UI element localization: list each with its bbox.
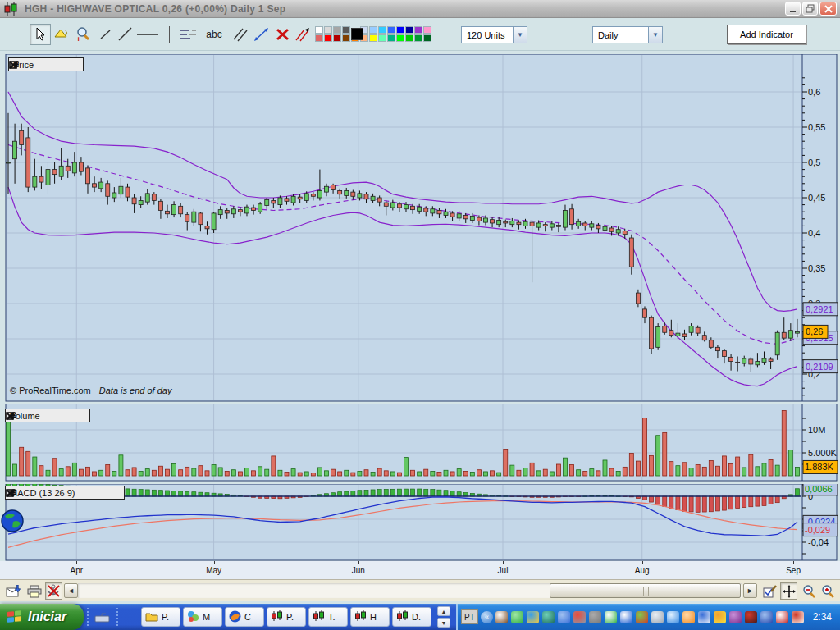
quick-launch-handle[interactable] [87, 608, 89, 626]
color-swatch[interactable] [387, 26, 395, 34]
notes-icon[interactable] [792, 611, 804, 623]
zoom-tool-button[interactable]: + [72, 24, 94, 45]
shield-icon[interactable] [605, 611, 617, 623]
security-icon[interactable] [745, 611, 757, 623]
taskbar-scroll-up[interactable]: ▲ [437, 606, 450, 616]
taskbar-window-button[interactable]: D. [392, 607, 431, 627]
touchpad-icon[interactable] [682, 611, 695, 623]
color-swatch[interactable] [324, 26, 332, 34]
color-swatch[interactable] [423, 34, 431, 42]
color-swatch[interactable] [423, 26, 431, 34]
unanchor-button[interactable] [45, 582, 62, 600]
quick-launch-handle[interactable] [116, 608, 118, 626]
close-button[interactable] [819, 2, 837, 16]
color-swatch[interactable] [405, 34, 413, 42]
taskbar-clock[interactable]: 2:34 [813, 611, 832, 623]
time-scrollbar-thumb[interactable] [550, 583, 741, 598]
color-swatch[interactable] [378, 26, 386, 34]
quicktime-icon[interactable] [667, 611, 679, 623]
antivirus-icon[interactable] [636, 611, 648, 623]
taskbar-window-button[interactable]: M [183, 607, 222, 627]
network-error-icon[interactable] [573, 611, 586, 623]
taskbar-window-button[interactable]: P. [141, 607, 180, 627]
segment-tool-button[interactable] [95, 24, 116, 45]
print-button[interactable] [25, 582, 43, 600]
color-swatch[interactable] [315, 34, 323, 42]
zoom-in-button[interactable] [819, 582, 836, 600]
chevron-down-icon[interactable]: ▼ [648, 27, 662, 43]
color-swatch[interactable] [378, 34, 386, 42]
add-indicator-button[interactable]: Add Indicator [727, 25, 806, 44]
zoom-out-button[interactable] [800, 582, 817, 600]
delete-drawing-button[interactable] [272, 24, 294, 45]
text-tool-button[interactable]: abc [202, 24, 226, 45]
macd-chart[interactable]: 0-0,040,0066-0,0224-0,029 [0, 484, 840, 561]
globe-icon[interactable] [542, 611, 555, 623]
color-swatch[interactable] [324, 34, 332, 42]
display-icon[interactable] [527, 611, 539, 623]
alerts-tool-button[interactable] [51, 24, 72, 45]
java-icon[interactable] [495, 611, 508, 623]
macd-panel-header[interactable]: MACD (13 26 9) [5, 486, 125, 500]
color-swatch[interactable] [387, 34, 395, 42]
taskbar-window-button[interactable]: C [225, 607, 264, 627]
taskbar-window-button[interactable]: T. [308, 607, 348, 627]
send-mail-button[interactable] [5, 582, 22, 600]
price-panel-header[interactable]: Price [8, 57, 84, 71]
camera-icon[interactable] [651, 611, 664, 623]
tray-chevron-icon[interactable]: « [481, 611, 493, 623]
messenger-bird-icon[interactable] [714, 611, 726, 623]
chevron-down-icon[interactable]: ▼ [513, 27, 527, 43]
close-panel-icon[interactable] [6, 412, 14, 420]
language-indicator[interactable]: PT [461, 609, 478, 624]
scroll-right-button[interactable]: ► [743, 583, 757, 598]
color-swatch[interactable] [414, 34, 422, 42]
period-select[interactable]: Daily ▼ [592, 26, 663, 43]
time-scrollbar-track[interactable] [78, 583, 742, 598]
monitor-icon[interactable] [760, 611, 773, 623]
parallel-lines-tool-button[interactable] [230, 24, 251, 45]
quote-list-button[interactable] [176, 24, 200, 45]
color-swatch[interactable] [369, 34, 377, 42]
line-tool-button[interactable] [115, 24, 136, 45]
audio-icon[interactable] [589, 611, 601, 623]
color-swatch[interactable] [396, 26, 404, 34]
color-swatch[interactable] [315, 26, 323, 34]
color-swatch[interactable] [405, 26, 413, 34]
color-swatch[interactable] [396, 34, 404, 42]
color-swatch[interactable] [369, 26, 377, 34]
window-titlebar[interactable]: HGH - HIGHWAVE OPTICAL 0,26 (+0,00%) Dai… [0, 0, 840, 18]
taskbar-scroll-down[interactable]: ▼ [437, 618, 450, 628]
close-panel-icon[interactable] [6, 489, 14, 497]
color-swatch[interactable] [351, 28, 363, 40]
volume-chart[interactable]: 10M5.000K1.883K [0, 404, 840, 482]
fibonacci-tool-button[interactable] [251, 24, 272, 45]
color-swatch[interactable] [342, 26, 350, 34]
units-select[interactable]: 120 Units ▼ [461, 26, 527, 43]
color-swatch[interactable] [342, 34, 350, 42]
price-chart[interactable]: 0,60,550,50,450,40,350,30,250,20,29210,2… [0, 54, 840, 402]
taskbar-window-button[interactable]: P. [267, 607, 306, 627]
color-swatch[interactable] [333, 26, 341, 34]
fan-lines-tool-button[interactable] [292, 24, 313, 45]
color-swatch[interactable] [333, 34, 341, 42]
restore-button[interactable] [802, 2, 818, 16]
keyboard-icon[interactable] [94, 611, 111, 623]
close-panel-icon[interactable] [9, 61, 17, 69]
taskbar-window-button[interactable]: H [350, 607, 390, 627]
update-icon[interactable] [511, 611, 523, 623]
scroll-left-button[interactable]: ◄ [64, 583, 78, 598]
network-icon[interactable] [558, 611, 570, 623]
minimize-button[interactable] [785, 2, 801, 16]
volume-panel-header[interactable]: Volume [5, 409, 90, 422]
pan-tool-button[interactable] [780, 582, 797, 600]
start-button[interactable]: Iniciar [0, 604, 84, 630]
opera-icon[interactable] [729, 611, 742, 623]
burner-icon[interactable] [776, 611, 788, 623]
chart-settings-button[interactable] [761, 582, 778, 600]
pointer-tool-button[interactable] [30, 24, 51, 45]
horizontal-line-tool-button[interactable] [135, 24, 161, 45]
mail-icon[interactable] [698, 611, 710, 623]
bluetooth-icon[interactable] [620, 611, 632, 623]
color-swatch[interactable] [414, 26, 422, 34]
